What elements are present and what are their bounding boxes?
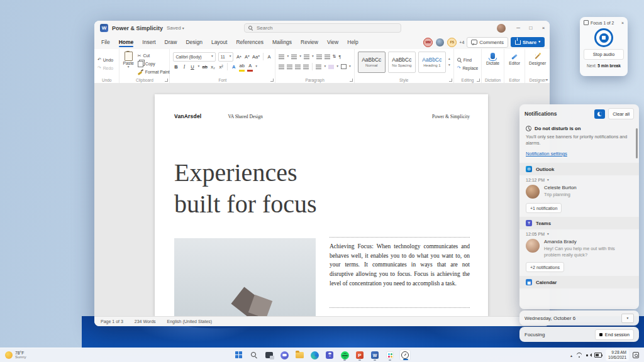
grow-font-button[interactable]: A▴ [236, 53, 242, 60]
tab-mailings[interactable]: Mailings [268, 36, 296, 48]
word-button[interactable]: W [369, 349, 380, 361]
shading-icon[interactable] [328, 65, 334, 69]
font-name-dropdown[interactable]: Calibri (Body)▾ [173, 52, 215, 62]
chevron-down-icon[interactable]: ▾ [547, 233, 549, 236]
text-effects-button[interactable]: A [231, 63, 236, 70]
document-page[interactable]: VanArsdel VA Shared Design Power & Simpl… [155, 94, 488, 317]
start-button[interactable] [233, 349, 245, 361]
highlight-button[interactable]: ab [239, 62, 245, 72]
replace-button[interactable]: ↷Replace [457, 65, 479, 72]
justify-icon[interactable] [303, 65, 309, 69]
editor-button[interactable]: Editor [508, 52, 522, 65]
more-notifications-badge[interactable]: +1 notification [526, 203, 562, 213]
tab-file[interactable]: File [97, 36, 114, 48]
page-count[interactable]: Page 1 of 3 [101, 319, 123, 324]
do-not-disturb-button[interactable] [594, 109, 605, 119]
outlook-notification[interactable]: 12:12 PM ▾ Celeste Burton Trip planning … [519, 175, 639, 217]
volume-icon[interactable] [586, 353, 591, 357]
stop-audio-button[interactable]: Stop audio [584, 49, 624, 60]
teams-group-header[interactable]: T Teams [519, 217, 639, 229]
chevron-down-icon[interactable]: ▾ [255, 65, 257, 69]
superscript-button[interactable]: x² [218, 63, 224, 70]
dialog-launcher-icon[interactable] [165, 79, 168, 82]
collab-overflow-count[interactable]: +4 [459, 40, 464, 45]
task-view-button[interactable] [264, 349, 275, 361]
align-left-icon[interactable] [279, 65, 284, 69]
tab-view[interactable]: View [323, 36, 343, 48]
undo-button[interactable]: ↶Undo [97, 57, 116, 63]
outlook-group-header[interactable]: O Outlook [519, 163, 639, 175]
wifi-icon[interactable] [576, 353, 582, 358]
bold-button[interactable]: B [173, 63, 179, 70]
scrollbar[interactable] [636, 128, 638, 158]
subscript-button[interactable]: x₂ [210, 63, 216, 70]
battery-icon[interactable] [594, 353, 602, 358]
cut-button[interactable]: ✂Cut [138, 52, 170, 59]
powerpoint-button[interactable]: P [354, 349, 365, 361]
styles-scroll-up-icon[interactable]: ▴ [448, 57, 450, 61]
edge-button[interactable] [309, 349, 320, 361]
tray-chevron-up-icon[interactable]: ▴ [570, 353, 572, 358]
dialog-launcher-icon[interactable] [270, 79, 274, 82]
tab-draw[interactable]: Draw [160, 36, 182, 48]
sort-icon[interactable]: ⇅ [333, 54, 336, 59]
tray-clock[interactable]: 9:28 AM 10/6/2021 [606, 349, 629, 361]
taskbar-search-button[interactable] [248, 349, 260, 361]
slack-button[interactable] [384, 349, 396, 361]
search-input[interactable] [255, 25, 397, 31]
minimize-button[interactable]: ─ [512, 21, 525, 35]
chevron-down-icon[interactable]: ▾ [547, 178, 549, 182]
stop-focus-button[interactable] [594, 28, 613, 47]
line-spacing-icon[interactable] [316, 65, 321, 69]
tab-design[interactable]: Design [181, 36, 206, 48]
clear-formatting-button[interactable]: A [266, 53, 272, 60]
maximize-button[interactable]: □ [525, 21, 537, 35]
numbering-icon[interactable] [291, 55, 297, 59]
comments-button[interactable]: Comments [467, 37, 508, 48]
file-explorer-button[interactable] [294, 349, 305, 361]
tab-references[interactable]: References [231, 36, 267, 48]
tab-review[interactable]: Review [296, 36, 323, 48]
change-case-button[interactable]: Aa▾ [252, 53, 259, 60]
multilevel-list-icon[interactable] [304, 55, 309, 59]
collab-avatar-fs[interactable]: FS [447, 38, 457, 47]
expand-calendar-button[interactable]: ▾ [621, 314, 634, 323]
account-avatar[interactable] [497, 24, 506, 33]
dictate-button[interactable]: Dictate [485, 52, 500, 65]
font-size-dropdown[interactable]: 11▾ [218, 52, 234, 62]
collab-avatar-mm[interactable]: MM [423, 38, 433, 47]
styles-scroll-down-icon[interactable]: ▾ [448, 63, 450, 67]
clock-app-button[interactable] [399, 349, 411, 361]
increase-indent-icon[interactable] [325, 55, 330, 59]
font-color-button[interactable]: A [247, 62, 253, 72]
close-button[interactable]: × [537, 21, 550, 35]
tab-home[interactable]: Home [114, 36, 138, 48]
bullets-icon[interactable] [279, 55, 284, 59]
teams-button[interactable] [324, 349, 335, 361]
align-center-icon[interactable] [287, 65, 292, 69]
dialog-launcher-icon[interactable] [449, 79, 452, 82]
clear-all-button[interactable]: Clear all [608, 108, 634, 119]
dialog-launcher-icon[interactable] [350, 79, 353, 82]
more-notifications-badge[interactable]: +2 notifications [526, 262, 564, 272]
tab-layout[interactable]: Layout [207, 36, 232, 48]
copy-button[interactable]: Copy [138, 60, 170, 67]
designer-button[interactable]: Designer [528, 52, 547, 65]
end-session-button[interactable]: End session [595, 329, 634, 340]
close-icon[interactable]: × [621, 21, 624, 25]
share-button[interactable]: Share ▾ [511, 37, 545, 47]
restore-icon[interactable] [584, 20, 589, 25]
calendar-date-card[interactable]: Wednesday, October 6 ▾ [519, 310, 639, 326]
format-painter-button[interactable]: Format Paint [138, 69, 170, 75]
collapse-ribbon-icon[interactable]: ▾ [546, 77, 548, 82]
borders-icon[interactable] [341, 64, 347, 69]
chat-button[interactable] [279, 349, 290, 361]
search-box[interactable] [244, 23, 401, 33]
teams-notification[interactable]: 12:05 PM ▾ Amanda Brady Hey! Can you hel… [519, 229, 639, 276]
notification-bell-icon[interactable] [633, 352, 639, 358]
find-button[interactable]: Find [457, 57, 479, 63]
notification-settings-link[interactable]: Notification settings [526, 151, 567, 156]
save-status[interactable]: Saved ▾ [167, 25, 184, 31]
decrease-indent-icon[interactable] [316, 55, 322, 59]
language-status[interactable]: English (United States) [167, 319, 213, 324]
